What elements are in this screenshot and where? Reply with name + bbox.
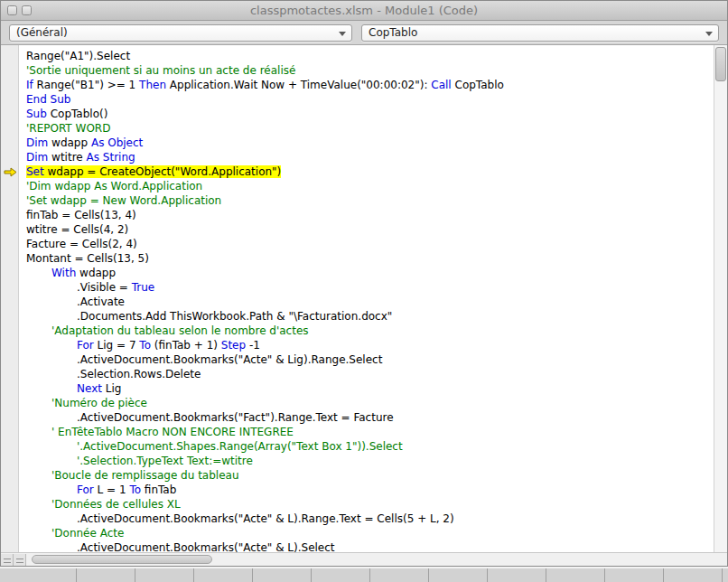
code-line: finTab = Cells(13, 4): [26, 208, 714, 222]
dropdown-toolbar: (Général) CopTablo: [1, 21, 727, 44]
code-line: Dim wdapp As Object: [26, 136, 714, 150]
window-title: classpmotactes.xlsm - Module1 (Code): [1, 1, 727, 20]
chevron-down-icon: [705, 32, 713, 36]
procedure-view-button[interactable]: [1, 554, 14, 566]
code-area[interactable]: Range("A1").Select'Sortie uniquement si …: [19, 45, 714, 552]
code-line: Next Lig: [26, 381, 714, 396]
title-bar[interactable]: classpmotactes.xlsm - Module1 (Code): [1, 1, 727, 21]
execution-arrow-icon: [4, 167, 17, 177]
code-line: 'Numéro de pièce: [26, 396, 714, 410]
code-line: 'Donnée Acte: [26, 526, 714, 540]
code-line: End Sub: [26, 92, 714, 107]
chevron-down-icon: [339, 32, 346, 36]
code-line: Montant = Cells(13, 5): [26, 251, 714, 266]
vertical-scrollbar[interactable]: [714, 45, 727, 552]
code-line: '.ActiveDocument.Shapes.Range(Array("Tex…: [26, 439, 714, 454]
code-line: '.Selection.TypeText Text:=wtitre: [26, 454, 714, 468]
excel-sheet-background: [0, 567, 728, 582]
code-line: ' EnTêteTablo Macro NON ENCORE INTEGREE: [26, 425, 714, 439]
code-line: With wdapp: [26, 266, 714, 280]
code-line: 'Set wdapp = New Word.Application: [26, 193, 714, 208]
horizontal-scrollbar-thumb[interactable]: [32, 555, 212, 564]
code-line: .ActiveDocument.Bookmarks("Acte" & Lig).…: [26, 352, 714, 367]
code-line: 'Adaptation du tableau selon le nombre d…: [26, 324, 714, 338]
code-line: 'REPORT WORD: [26, 121, 714, 136]
vertical-scrollbar-thumb[interactable]: [715, 47, 726, 81]
vba-editor-window: classpmotactes.xlsm - Module1 (Code) (Gé…: [0, 0, 728, 567]
code-line: wtitre = Cells(4, 2): [26, 222, 714, 237]
code-line: Set wdapp = CreateObject("Word.Applicati…: [26, 164, 714, 179]
procedure-dropdown[interactable]: CopTablo: [361, 24, 719, 42]
code-line: .Activate: [26, 295, 714, 309]
code-line: 'Données de cellules XL: [26, 497, 714, 512]
code-editor: Range("A1").Select'Sortie uniquement si …: [1, 44, 727, 552]
margin-indicator-bar[interactable]: [1, 45, 19, 552]
code-line: .Documents.Add ThisWorkbook.Path & "\Fac…: [26, 309, 714, 324]
code-line: Facture = Cells(2, 4): [26, 237, 714, 251]
code-line: .ActiveDocument.Bookmarks("Acte" & L).Se…: [26, 540, 714, 552]
code-line: .ActiveDocument.Bookmarks("Acte" & L).Ra…: [26, 512, 714, 526]
window-buttons: [7, 5, 32, 15]
code-line: For Lig = 7 To (finTab + 1) Step -1: [26, 338, 714, 352]
full-module-view-button[interactable]: [14, 554, 26, 566]
code-line: .ActiveDocument.Bookmarks("Fact").Range.…: [26, 410, 714, 425]
code-line: 'Dim wdapp As Word.Application: [26, 179, 714, 193]
code-line: Dim wtitre As String: [26, 150, 714, 164]
close-button[interactable]: [7, 5, 17, 15]
code-line: Range("A1").Select: [26, 49, 714, 63]
minimize-button[interactable]: [22, 5, 32, 15]
code-line: Sub CopTablo(): [26, 107, 714, 121]
code-line: 'Boucle de remplissage du tableau: [26, 468, 714, 483]
horizontal-scrollbar-track[interactable]: [26, 553, 727, 566]
code-line: If Range("B1") >= 1 Then Application.Wai…: [26, 78, 714, 92]
horizontal-scrollbar[interactable]: [1, 552, 727, 566]
code-line: For L = 1 To finTab: [26, 483, 714, 497]
code-line: .Visible = True: [26, 280, 714, 295]
procedure-dropdown-value: CopTablo: [369, 26, 417, 39]
code-line: .Selection.Rows.Delete: [26, 367, 714, 381]
code-line: 'Sortie uniquement si au moins un acte d…: [26, 63, 714, 78]
object-dropdown-value: (Général): [16, 26, 68, 39]
object-dropdown[interactable]: (Général): [9, 24, 352, 42]
code-lines: Range("A1").Select'Sortie uniquement si …: [19, 45, 714, 552]
